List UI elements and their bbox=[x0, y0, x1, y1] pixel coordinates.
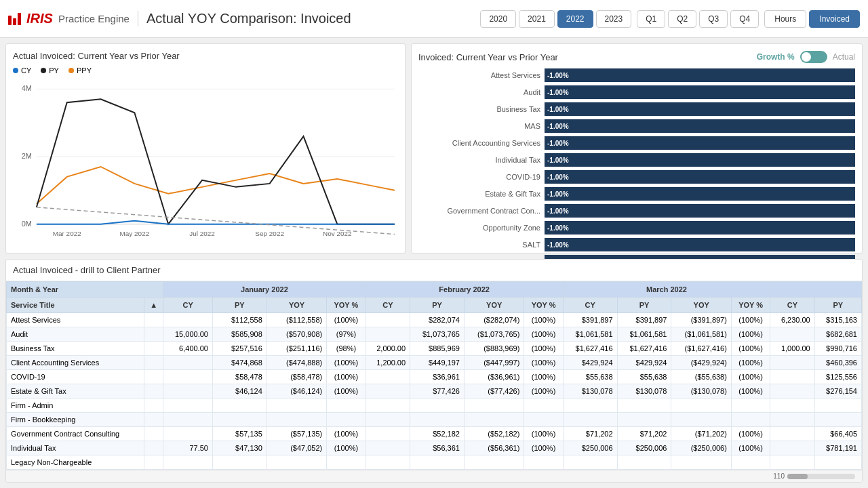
bar-row: MAS -1.00% bbox=[418, 119, 855, 133]
data-table: Month & Year January 2022 February 2022 … bbox=[6, 281, 862, 470]
year-2020-button[interactable]: 2020 bbox=[480, 10, 516, 28]
sort-header[interactable]: ▲ bbox=[144, 298, 163, 313]
legend-py-label: PY bbox=[49, 66, 59, 75]
svg-text:May 2022: May 2022 bbox=[120, 230, 150, 237]
service-title: Individual Tax bbox=[7, 441, 144, 455]
logo-bar-2 bbox=[13, 18, 16, 25]
bar-label: Client Accounting Services bbox=[418, 139, 540, 147]
bar-value: -1.00% bbox=[547, 174, 569, 181]
scroll-thumb[interactable] bbox=[787, 474, 808, 479]
service-title: Firm - Bookkeeping bbox=[7, 413, 144, 427]
quarter-filters: Q1 Q2 Q3 Q4 bbox=[637, 10, 759, 28]
m-yoy-pct-header: YOY % bbox=[731, 298, 770, 313]
table-row: Firm - Admin bbox=[7, 399, 862, 413]
bar-fill: -1.00% bbox=[545, 119, 855, 133]
sub-header-row: Service Title ▲ CY PY YOY YOY % CY PY YO… bbox=[7, 298, 862, 313]
bar-row: Client Accounting Services -1.00% bbox=[418, 136, 855, 150]
table-row: COVID-19 $58,478 ($58,478) (100%) $36,96… bbox=[7, 370, 862, 384]
f-cy-header: CY bbox=[366, 298, 410, 313]
table-row: Firm - Bookkeeping bbox=[7, 413, 862, 427]
bar-value: -1.00% bbox=[547, 72, 569, 79]
iris-logo-icon bbox=[8, 13, 21, 25]
bar-value: -1.00% bbox=[547, 140, 569, 147]
bar-label: Opportunity Zone bbox=[418, 224, 540, 232]
bar-row: Audit -1.00% bbox=[418, 85, 855, 99]
bar-fill: -1.00% bbox=[545, 187, 855, 201]
legend-cy: CY bbox=[13, 66, 31, 75]
q-header bbox=[770, 282, 862, 298]
bar-label: MAS bbox=[418, 122, 540, 130]
bar-fill: -1.00% bbox=[545, 221, 855, 235]
service-title: Legacy Non-Chargeable bbox=[7, 455, 144, 470]
growth-toggle-label: Growth % bbox=[757, 52, 795, 62]
bar-label: Attest Services bbox=[418, 71, 540, 79]
table-row: Business Tax 6,400.00 $257,516 ($251,116… bbox=[7, 342, 862, 356]
left-chart-panel: Actual Invoiced: Current Year vs Prior Y… bbox=[5, 43, 406, 253]
svg-text:0M: 0M bbox=[22, 220, 32, 228]
bar-label: Individual Tax bbox=[418, 156, 540, 164]
q3-button[interactable]: Q3 bbox=[699, 10, 728, 28]
scroll-track[interactable] bbox=[787, 474, 855, 479]
view-toggle[interactable] bbox=[800, 51, 827, 63]
m-cy-header: CY bbox=[563, 298, 617, 313]
bar-fill: -1.00% bbox=[545, 68, 855, 82]
bar-row: Business Tax -1.00% bbox=[418, 102, 855, 116]
bar-row: SALT -1.00% bbox=[418, 238, 855, 251]
q-py-header: PY bbox=[814, 298, 861, 313]
table-row: Client Accounting Services $474,868 ($47… bbox=[7, 356, 862, 370]
svg-text:Mar 2022: Mar 2022 bbox=[53, 230, 82, 237]
bar-row: Individual Tax -1.00% bbox=[418, 153, 855, 167]
j-py-header: PY bbox=[212, 298, 267, 313]
bar-fill: -1.00% bbox=[545, 136, 855, 150]
table-body: Attest Services $112,558 ($112,558) (100… bbox=[7, 313, 862, 470]
q4-button[interactable]: Q4 bbox=[730, 10, 759, 28]
q2-button[interactable]: Q2 bbox=[668, 10, 696, 28]
bar-label: Audit bbox=[418, 88, 540, 96]
service-title: Audit bbox=[7, 327, 144, 342]
actual-toggle-label: Actual bbox=[833, 52, 855, 62]
iris-logo-text: IRIS bbox=[26, 11, 53, 26]
scroll-value: 110 bbox=[773, 472, 785, 480]
hours-button[interactable]: Hours bbox=[764, 10, 806, 28]
january-header: January 2022 bbox=[163, 282, 366, 298]
logo-bar-1 bbox=[8, 16, 12, 25]
year-2021-button[interactable]: 2021 bbox=[519, 10, 555, 28]
bar-value: -1.00% bbox=[547, 106, 569, 113]
year-2023-button[interactable]: 2023 bbox=[596, 10, 632, 28]
year-2022-button[interactable]: 2022 bbox=[557, 10, 593, 28]
bar-label: COVID-19 bbox=[418, 173, 540, 181]
q1-button[interactable]: Q1 bbox=[637, 10, 665, 28]
table-wrapper[interactable]: Month & Year January 2022 February 2022 … bbox=[6, 281, 862, 470]
table-row: Attest Services $112,558 ($112,558) (100… bbox=[7, 313, 862, 327]
svg-text:4M: 4M bbox=[22, 84, 32, 92]
bar-fill: -1.00% bbox=[545, 170, 855, 184]
invoiced-button[interactable]: Invoiced bbox=[809, 10, 860, 28]
logo-area: IRIS Practice Engine bbox=[8, 11, 138, 26]
bar-row: Government Contract Con... -1.00% bbox=[418, 204, 855, 218]
svg-text:Sep 2022: Sep 2022 bbox=[255, 230, 284, 237]
table-row: Individual Tax 77.50 $47,130 ($47,052) (… bbox=[7, 441, 862, 455]
top-row: Actual Invoiced: Current Year vs Prior Y… bbox=[5, 43, 863, 253]
bar-label: SALT bbox=[418, 241, 540, 249]
ppy-dot bbox=[68, 68, 74, 73]
j-cy-header: CY bbox=[163, 298, 213, 313]
table-row: Legacy Non-Chargeable bbox=[7, 455, 862, 470]
bar-panel-header: Invoiced: Current Year vs Prior Year Gro… bbox=[418, 51, 855, 63]
bar-value: -1.00% bbox=[547, 241, 569, 249]
bar-fill: -1.00% bbox=[545, 102, 855, 116]
svg-text:2M: 2M bbox=[22, 152, 32, 160]
svg-text:Jul 2022: Jul 2022 bbox=[189, 230, 215, 237]
bar-row: Opportunity Zone -1.00% bbox=[418, 221, 855, 235]
right-bar-panel: Invoiced: Current Year vs Prior Year Gro… bbox=[411, 43, 863, 253]
service-title: Attest Services bbox=[7, 313, 144, 327]
table-panel-title: Actual Invoiced - drill to Client Partne… bbox=[6, 260, 862, 281]
m-yoy-header: YOY bbox=[671, 298, 731, 313]
service-title: Firm - Admin bbox=[7, 399, 144, 413]
bar-value: -1.00% bbox=[547, 89, 569, 96]
scrollbar-area: 110 bbox=[6, 470, 862, 482]
bar-row: COVID-19 -1.00% bbox=[418, 170, 855, 184]
bar-row: Estate & Gift Tax -1.00% bbox=[418, 187, 855, 201]
q-cy-header: CY bbox=[770, 298, 815, 313]
m-py-header: PY bbox=[617, 298, 671, 313]
bar-rows-container: Attest Services -1.00% Audit -1.00% Busi… bbox=[418, 68, 855, 268]
